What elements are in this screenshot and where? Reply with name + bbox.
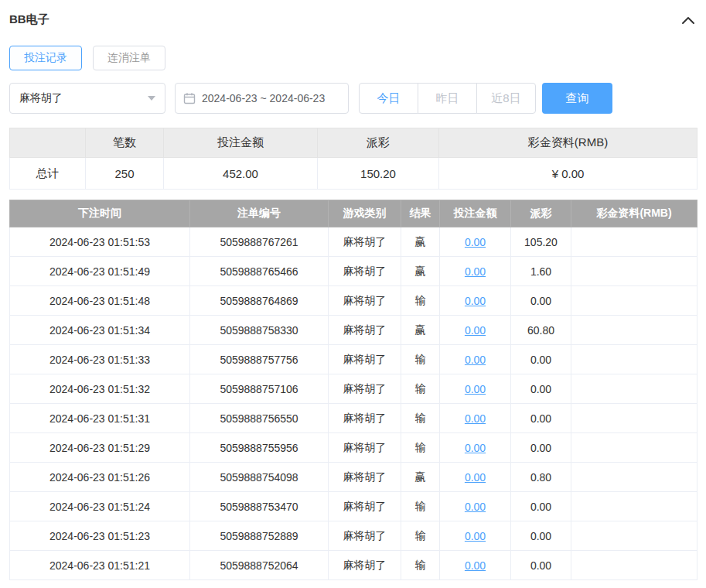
table-row: 2024-06-23 01:51:245059888753470麻将胡了输0.0… (10, 492, 697, 521)
result-cell: 赢 (401, 463, 440, 492)
table-row: 2024-06-23 01:51:495059888765466麻将胡了赢0.0… (10, 257, 697, 286)
summary-total-bonus: ¥ 0.00 (439, 158, 697, 190)
header-bonus: 彩金资料(RMB) (571, 200, 697, 227)
order-id-cell: 5059888753470 (190, 492, 329, 521)
bet-amount-link[interactable]: 0.00 (465, 530, 486, 542)
game-type-cell: 麻将胡了 (329, 433, 401, 463)
bet-time-cell: 2024-06-23 01:51:31 (10, 404, 190, 433)
bet-amount-link[interactable]: 0.00 (465, 412, 486, 425)
summary-table: 笔数 投注金额 派彩 彩金资料(RMB) 总计 250 452.00 150.2… (9, 128, 697, 190)
payout-cell: 0.00 (511, 551, 571, 580)
game-select[interactable]: 麻将胡了 (9, 83, 165, 114)
game-type-cell: 麻将胡了 (329, 227, 401, 257)
order-id-cell: 5059888755956 (190, 433, 329, 463)
bet-amount-link[interactable]: 0.00 (465, 559, 486, 572)
order-id-cell: 5059888765466 (190, 257, 329, 286)
summary-header-payout: 派彩 (318, 128, 439, 158)
game-type-cell: 麻将胡了 (329, 551, 401, 580)
bet-amount-link[interactable]: 0.00 (465, 471, 486, 484)
payout-cell: 0.00 (511, 345, 571, 374)
payout-cell: 0.00 (511, 521, 571, 551)
last-8-days-button[interactable]: 近8日 (476, 83, 536, 114)
bet-time-cell: 2024-06-23 01:51:23 (10, 521, 190, 551)
table-row: 2024-06-23 01:51:265059888754098麻将胡了赢0.0… (10, 463, 697, 492)
summary-header-count: 笔数 (86, 128, 164, 158)
panel-title: BB电子 (9, 12, 49, 27)
order-id-cell: 5059888756550 (190, 404, 329, 433)
bet-amount-link[interactable]: 0.00 (465, 354, 486, 366)
today-button[interactable]: 今日 (359, 83, 418, 114)
result-cell: 输 (401, 433, 440, 463)
bet-amount-cell: 0.00 (440, 257, 511, 286)
bonus-cell (571, 433, 697, 463)
payout-cell: 0.00 (511, 433, 571, 463)
game-type-cell: 麻将胡了 (329, 257, 401, 286)
payout-cell: 60.80 (511, 316, 571, 345)
result-cell: 输 (401, 551, 440, 580)
bet-time-cell: 2024-06-23 01:51:34 (10, 316, 190, 345)
payout-cell: 0.00 (511, 404, 571, 433)
order-id-cell: 5059888767261 (190, 227, 329, 257)
game-type-cell: 麻将胡了 (329, 492, 401, 521)
summary-total-payout: 150.20 (318, 158, 439, 190)
result-cell: 赢 (401, 316, 440, 345)
bet-time-cell: 2024-06-23 01:51:26 (10, 463, 190, 492)
bonus-cell (571, 404, 697, 433)
bet-amount-cell: 0.00 (440, 345, 511, 374)
tab-chain-cancel-orders[interactable]: 连消注单 (93, 46, 165, 70)
payout-cell: 0.00 (511, 492, 571, 521)
chevron-up-icon[interactable] (680, 14, 697, 26)
game-type-cell: 麻将胡了 (329, 345, 401, 374)
bet-amount-link[interactable]: 0.00 (465, 383, 486, 395)
bet-amount-cell: 0.00 (440, 551, 511, 580)
result-cell: 输 (401, 345, 440, 374)
bet-time-cell: 2024-06-23 01:51:29 (10, 433, 190, 463)
table-row: 2024-06-23 01:51:335059888757756麻将胡了输0.0… (10, 345, 697, 374)
payout-cell: 1.60 (511, 257, 571, 286)
header-payout: 派彩 (511, 200, 571, 227)
order-id-cell: 5059888754098 (190, 463, 329, 492)
bet-amount-link[interactable]: 0.00 (465, 236, 486, 248)
chevron-down-icon (148, 96, 155, 101)
table-row: 2024-06-23 01:51:325059888757106麻将胡了输0.0… (10, 374, 697, 404)
date-range-value: 2024-06-23 ~ 2024-06-23 (202, 92, 325, 104)
header-bet-time: 下注时间 (10, 200, 190, 227)
records-table: 下注时间 注单编号 游戏类别 结果 投注金额 派彩 彩金资料(RMB) 2024… (9, 200, 697, 580)
bet-time-cell: 2024-06-23 01:51:21 (10, 551, 190, 580)
bet-amount-link[interactable]: 0.00 (465, 501, 486, 513)
result-cell: 赢 (401, 227, 440, 257)
order-id-cell: 5059888752064 (190, 551, 329, 580)
tab-bar: 投注记录 连消注单 (9, 46, 697, 70)
bonus-cell (571, 316, 697, 345)
bet-records-panel: BB电子 投注记录 连消注单 麻将胡了 2024-06-23 ~ 2024-06… (0, 0, 706, 588)
summary-total-row: 总计 250 452.00 150.20 ¥ 0.00 (10, 158, 697, 190)
game-type-cell: 麻将胡了 (329, 316, 401, 345)
bet-amount-link[interactable]: 0.00 (465, 295, 486, 307)
bonus-cell (571, 227, 697, 257)
order-id-cell: 5059888764869 (190, 286, 329, 316)
summary-header-bonus: 彩金资料(RMB) (439, 128, 697, 158)
bonus-cell (571, 257, 697, 286)
filter-bar: 麻将胡了 2024-06-23 ~ 2024-06-23 今日 昨日 近8日 查… (9, 83, 697, 114)
payout-cell: 0.00 (511, 286, 571, 316)
bet-amount-cell: 0.00 (440, 316, 511, 345)
bet-amount-link[interactable]: 0.00 (465, 265, 486, 278)
table-row: 2024-06-23 01:51:535059888767261麻将胡了赢0.0… (10, 227, 697, 257)
bet-time-cell: 2024-06-23 01:51:24 (10, 492, 190, 521)
date-range-input[interactable]: 2024-06-23 ~ 2024-06-23 (175, 83, 349, 114)
summary-total-count: 250 (86, 158, 164, 190)
bet-amount-link[interactable]: 0.00 (465, 442, 486, 454)
tab-bet-records[interactable]: 投注记录 (9, 46, 82, 70)
bonus-cell (571, 521, 697, 551)
bet-amount-link[interactable]: 0.00 (465, 324, 486, 337)
table-row: 2024-06-23 01:51:315059888756550麻将胡了输0.0… (10, 404, 697, 433)
search-button[interactable]: 查询 (542, 83, 612, 114)
order-id-cell: 5059888757106 (190, 374, 329, 404)
game-type-cell: 麻将胡了 (329, 521, 401, 551)
summary-total-bet-amount: 452.00 (164, 158, 318, 190)
payout-cell: 105.20 (511, 227, 571, 257)
payout-cell: 0.00 (511, 374, 571, 404)
yesterday-button[interactable]: 昨日 (418, 83, 477, 114)
calendar-icon (183, 92, 196, 104)
bet-amount-cell: 0.00 (440, 463, 511, 492)
